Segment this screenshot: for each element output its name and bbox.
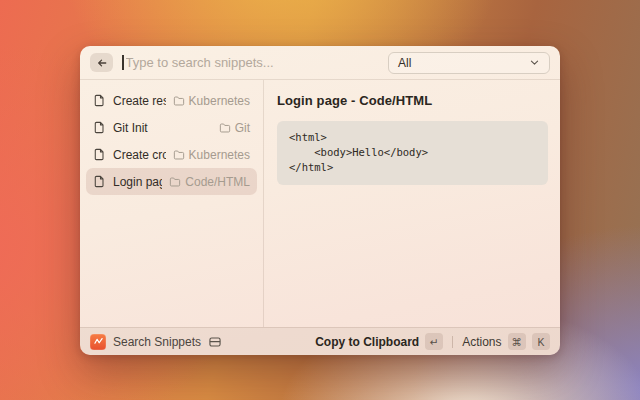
snippet-category: Kubernetes bbox=[173, 94, 250, 108]
snippet-category-label: Kubernetes bbox=[189, 94, 250, 108]
desktop-background: All Create resource(s) Kubernetes Git In… bbox=[0, 0, 640, 400]
action-bar: Search Snippets Copy to Clipboard ↵ Acti… bbox=[80, 327, 560, 355]
command-name: Search Snippets bbox=[113, 335, 201, 349]
snippet-title: Create cronjob bbox=[113, 148, 166, 162]
code-snippet: <html> <body>Hello</body> </html> bbox=[277, 121, 548, 185]
snippet-list-item[interactable]: Create cronjob Kubernetes bbox=[86, 141, 257, 168]
copy-to-clipboard-action[interactable]: Copy to Clipboard ↵ bbox=[315, 333, 443, 350]
back-button[interactable] bbox=[90, 53, 113, 72]
folder-icon bbox=[173, 95, 185, 107]
actions-menu-button[interactable]: Actions ⌘ K bbox=[462, 333, 550, 350]
detail-title: Login page - Code/HTML bbox=[277, 93, 548, 108]
snippet-category-label: Code/HTML bbox=[185, 175, 250, 189]
snippet-list: Create resource(s) Kubernetes Git Init G… bbox=[80, 80, 263, 327]
snippet-category: Kubernetes bbox=[173, 148, 250, 162]
snippet-category-label: Kubernetes bbox=[189, 148, 250, 162]
snippet-category: Code/HTML bbox=[169, 175, 250, 189]
cmd-key-badge: ⌘ bbox=[508, 333, 527, 350]
folder-icon bbox=[173, 149, 185, 161]
folder-icon bbox=[169, 176, 181, 188]
squiggle-icon bbox=[93, 336, 104, 347]
document-icon bbox=[93, 121, 106, 134]
snippet-list-item[interactable]: Git Init Git bbox=[86, 114, 257, 141]
search-bar: All bbox=[80, 46, 560, 80]
snippet-icon bbox=[208, 335, 222, 349]
snippet-title: Login page bbox=[113, 175, 162, 189]
category-filter-dropdown[interactable]: All bbox=[388, 52, 550, 74]
snippet-category: Git bbox=[219, 121, 250, 135]
actions-label: Actions bbox=[462, 335, 501, 349]
snippet-category-label: Git bbox=[235, 121, 250, 135]
window-body: Create resource(s) Kubernetes Git Init G… bbox=[80, 80, 560, 327]
snippet-title: Git Init bbox=[113, 121, 148, 135]
chevron-down-icon bbox=[529, 57, 540, 68]
search-input[interactable] bbox=[124, 55, 389, 70]
footer-divider bbox=[452, 336, 453, 348]
app-icon bbox=[90, 334, 106, 350]
folder-icon bbox=[219, 122, 231, 134]
snippet-list-item[interactable]: Create resource(s) Kubernetes bbox=[86, 87, 257, 114]
detail-pane: Login page - Code/HTML <html> <body>Hell… bbox=[264, 80, 560, 327]
document-icon bbox=[93, 94, 106, 107]
k-key-badge: K bbox=[532, 333, 550, 350]
filter-selected-value: All bbox=[398, 56, 411, 70]
document-icon bbox=[93, 175, 106, 188]
document-icon bbox=[93, 148, 106, 161]
enter-key-badge: ↵ bbox=[425, 333, 443, 350]
search-snippets-window: All Create resource(s) Kubernetes Git In… bbox=[80, 46, 560, 355]
back-arrow-icon bbox=[96, 57, 108, 69]
copy-to-clipboard-label: Copy to Clipboard bbox=[315, 335, 419, 349]
snippet-title: Create resource(s) bbox=[113, 94, 166, 108]
snippet-list-item[interactable]: Login page Code/HTML bbox=[86, 168, 257, 195]
